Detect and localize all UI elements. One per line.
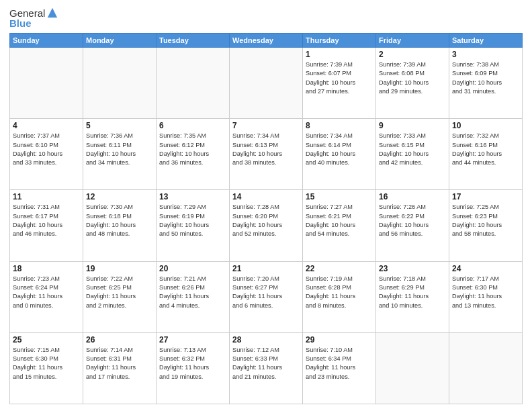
- calendar-cell: 20Sunrise: 7:21 AMSunset: 6:26 PMDayligh…: [157, 261, 230, 332]
- calendar-cell: 16Sunrise: 7:26 AMSunset: 6:22 PMDayligh…: [376, 190, 449, 261]
- calendar-cell: 2Sunrise: 7:39 AMSunset: 6:08 PMDaylight…: [376, 48, 449, 119]
- weekday-header-row: SundayMondayTuesdayWednesdayThursdayFrid…: [10, 34, 523, 48]
- day-number: 4: [13, 121, 80, 130]
- day-info: Sunrise: 7:36 AMSunset: 6:11 PMDaylight:…: [86, 132, 153, 167]
- day-number: 24: [452, 264, 519, 273]
- day-number: 19: [86, 264, 153, 273]
- header: General Blue: [9, 7, 523, 29]
- day-info: Sunrise: 7:10 AMSunset: 6:34 PMDaylight:…: [306, 346, 373, 381]
- day-number: 18: [13, 264, 80, 273]
- calendar-cell: 28Sunrise: 7:12 AMSunset: 6:33 PMDayligh…: [230, 332, 303, 404]
- calendar-cell: 26Sunrise: 7:14 AMSunset: 6:31 PMDayligh…: [83, 332, 157, 404]
- day-info: Sunrise: 7:34 AMSunset: 6:14 PMDaylight:…: [306, 132, 373, 167]
- calendar-cell: 23Sunrise: 7:18 AMSunset: 6:29 PMDayligh…: [376, 261, 449, 332]
- day-info: Sunrise: 7:15 AMSunset: 6:30 PMDaylight:…: [13, 346, 80, 381]
- day-number: 17: [452, 192, 519, 201]
- calendar-cell: 5Sunrise: 7:36 AMSunset: 6:11 PMDaylight…: [83, 119, 157, 190]
- calendar-cell: 3Sunrise: 7:38 AMSunset: 6:09 PMDaylight…: [449, 48, 523, 119]
- day-number: 23: [379, 264, 446, 273]
- calendar-cell: [449, 332, 523, 404]
- weekday-header-sunday: Sunday: [10, 34, 83, 48]
- calendar-cell: 19Sunrise: 7:22 AMSunset: 6:25 PMDayligh…: [83, 261, 157, 332]
- weekday-header-thursday: Thursday: [303, 34, 376, 48]
- calendar-cell: 9Sunrise: 7:33 AMSunset: 6:15 PMDaylight…: [376, 119, 449, 190]
- calendar-cell: 10Sunrise: 7:32 AMSunset: 6:16 PMDayligh…: [449, 119, 523, 190]
- calendar-cell: 12Sunrise: 7:30 AMSunset: 6:18 PMDayligh…: [83, 190, 157, 261]
- day-info: Sunrise: 7:31 AMSunset: 6:17 PMDaylight:…: [13, 203, 80, 238]
- calendar-cell: 21Sunrise: 7:20 AMSunset: 6:27 PMDayligh…: [230, 261, 303, 332]
- weekday-header-saturday: Saturday: [449, 34, 523, 48]
- day-number: 1: [306, 50, 373, 59]
- day-number: 29: [306, 335, 373, 345]
- day-number: 10: [452, 121, 519, 130]
- week-row-2: 11Sunrise: 7:31 AMSunset: 6:17 PMDayligh…: [10, 190, 523, 261]
- weekday-header-friday: Friday: [376, 34, 449, 48]
- calendar-cell: [157, 48, 230, 119]
- week-row-3: 18Sunrise: 7:23 AMSunset: 6:24 PMDayligh…: [10, 261, 523, 332]
- calendar-cell: [376, 332, 449, 404]
- calendar-cell: 14Sunrise: 7:28 AMSunset: 6:20 PMDayligh…: [230, 190, 303, 261]
- day-info: Sunrise: 7:38 AMSunset: 6:09 PMDaylight:…: [452, 60, 519, 96]
- calendar-cell: 29Sunrise: 7:10 AMSunset: 6:34 PMDayligh…: [303, 332, 376, 404]
- svg-marker-0: [48, 8, 57, 17]
- day-number: 3: [452, 50, 519, 59]
- day-info: Sunrise: 7:20 AMSunset: 6:27 PMDaylight:…: [232, 275, 300, 310]
- day-number: 21: [232, 264, 300, 273]
- calendar-cell: 15Sunrise: 7:27 AMSunset: 6:21 PMDayligh…: [303, 190, 376, 261]
- day-number: 2: [379, 50, 446, 59]
- day-number: 16: [379, 192, 446, 201]
- day-info: Sunrise: 7:14 AMSunset: 6:31 PMDaylight:…: [86, 346, 153, 381]
- weekday-header-wednesday: Wednesday: [230, 34, 303, 48]
- day-number: 26: [86, 335, 153, 345]
- day-number: 6: [159, 121, 226, 130]
- calendar-cell: 17Sunrise: 7:25 AMSunset: 6:23 PMDayligh…: [449, 190, 523, 261]
- day-number: 9: [379, 121, 446, 130]
- week-row-1: 4Sunrise: 7:37 AMSunset: 6:10 PMDaylight…: [10, 119, 523, 190]
- day-number: 7: [232, 121, 300, 130]
- calendar-cell: [83, 48, 157, 119]
- day-number: 15: [306, 192, 373, 201]
- calendar-cell: 13Sunrise: 7:29 AMSunset: 6:19 PMDayligh…: [157, 190, 230, 261]
- day-info: Sunrise: 7:35 AMSunset: 6:12 PMDaylight:…: [159, 132, 226, 167]
- day-info: Sunrise: 7:26 AMSunset: 6:22 PMDaylight:…: [379, 203, 446, 238]
- day-info: Sunrise: 7:39 AMSunset: 6:07 PMDaylight:…: [306, 60, 373, 96]
- calendar-cell: 24Sunrise: 7:17 AMSunset: 6:30 PMDayligh…: [449, 261, 523, 332]
- week-row-0: 1Sunrise: 7:39 AMSunset: 6:07 PMDaylight…: [10, 48, 523, 119]
- day-info: Sunrise: 7:12 AMSunset: 6:33 PMDaylight:…: [232, 346, 300, 381]
- weekday-header-monday: Monday: [83, 34, 157, 48]
- logo-general-text: General: [9, 7, 45, 19]
- day-number: 22: [306, 264, 373, 273]
- day-number: 28: [232, 335, 300, 345]
- day-info: Sunrise: 7:17 AMSunset: 6:30 PMDaylight:…: [452, 275, 519, 310]
- day-number: 8: [306, 121, 373, 130]
- day-info: Sunrise: 7:27 AMSunset: 6:21 PMDaylight:…: [306, 203, 373, 238]
- page: General Blue SundayMondayTuesdayWednesda…: [0, 0, 532, 411]
- day-number: 14: [232, 192, 300, 201]
- day-info: Sunrise: 7:32 AMSunset: 6:16 PMDaylight:…: [452, 132, 519, 167]
- day-info: Sunrise: 7:28 AMSunset: 6:20 PMDaylight:…: [232, 203, 300, 238]
- day-number: 20: [159, 264, 226, 273]
- week-row-4: 25Sunrise: 7:15 AMSunset: 6:30 PMDayligh…: [10, 332, 523, 404]
- calendar-cell: [10, 48, 83, 119]
- calendar-cell: 25Sunrise: 7:15 AMSunset: 6:30 PMDayligh…: [10, 332, 83, 404]
- day-number: 11: [13, 192, 80, 201]
- day-info: Sunrise: 7:37 AMSunset: 6:10 PMDaylight:…: [13, 132, 80, 167]
- calendar-cell: 6Sunrise: 7:35 AMSunset: 6:12 PMDaylight…: [157, 119, 230, 190]
- day-number: 25: [13, 335, 80, 345]
- calendar-cell: 27Sunrise: 7:13 AMSunset: 6:32 PMDayligh…: [157, 332, 230, 404]
- calendar-cell: 8Sunrise: 7:34 AMSunset: 6:14 PMDaylight…: [303, 119, 376, 190]
- day-info: Sunrise: 7:39 AMSunset: 6:08 PMDaylight:…: [379, 60, 446, 96]
- day-info: Sunrise: 7:34 AMSunset: 6:13 PMDaylight:…: [232, 132, 300, 167]
- day-info: Sunrise: 7:21 AMSunset: 6:26 PMDaylight:…: [159, 275, 226, 310]
- day-number: 12: [86, 192, 153, 201]
- day-info: Sunrise: 7:13 AMSunset: 6:32 PMDaylight:…: [159, 346, 226, 381]
- calendar-cell: 7Sunrise: 7:34 AMSunset: 6:13 PMDaylight…: [230, 119, 303, 190]
- calendar-table: SundayMondayTuesdayWednesdayThursdayFrid…: [9, 33, 523, 404]
- day-info: Sunrise: 7:22 AMSunset: 6:25 PMDaylight:…: [86, 275, 153, 310]
- day-info: Sunrise: 7:29 AMSunset: 6:19 PMDaylight:…: [159, 203, 226, 238]
- calendar-cell: 1Sunrise: 7:39 AMSunset: 6:07 PMDaylight…: [303, 48, 376, 119]
- day-info: Sunrise: 7:18 AMSunset: 6:29 PMDaylight:…: [379, 275, 446, 310]
- logo-icon: [46, 7, 58, 19]
- day-info: Sunrise: 7:25 AMSunset: 6:23 PMDaylight:…: [452, 203, 519, 238]
- day-info: Sunrise: 7:23 AMSunset: 6:24 PMDaylight:…: [13, 275, 80, 310]
